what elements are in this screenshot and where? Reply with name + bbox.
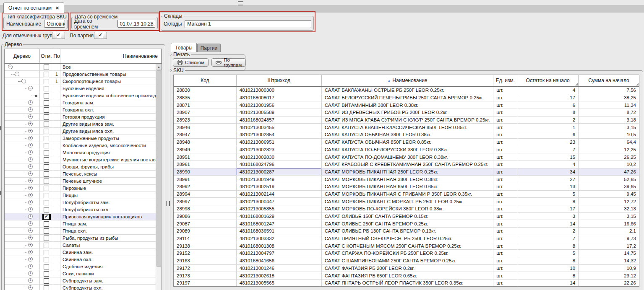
sku-cell-name[interactable]: САЛАТ ЯНТАРЬ ОСТРЫЙ ЛЕОР ПЛАСТИК 350Г LE… (322, 280, 494, 287)
tree-cell-name[interactable]: Птица зам. (60, 220, 156, 227)
sku-row[interactable]: 289974810213000447САЛАТ МОРКОВЬ ПИКАНТ.С… (174, 198, 639, 205)
sku-cell-sum[interactable]: 3,15 (579, 124, 639, 131)
sku-cell-name[interactable]: САЛАТ ОЛИВЬЕ 250Г САНТА БРЕМОР 0.25кг. (322, 220, 494, 227)
tree-row[interactable]: +Печенье, кексы (5, 171, 156, 178)
tree-checkbox[interactable] (44, 79, 49, 84)
tree-cell-batch[interactable] (53, 213, 60, 220)
tree-checkbox[interactable] (44, 257, 49, 262)
tree-cell-hierarchy[interactable]: + (5, 171, 40, 177)
tree-cell-mark[interactable] (40, 242, 53, 249)
sku-row[interactable]: 289514810213002830САЛАТ КАПУСТА ПО-ДОМАШ… (174, 153, 639, 161)
tree-cell-batch[interactable] (53, 206, 60, 213)
sku-cell-code[interactable]: 29087 (174, 220, 237, 227)
sku-cell-name[interactable]: САЛАТ БАКЛАЖАНЫ ОСТРЫЕ РБ 250Г LEOR 0.25… (322, 87, 494, 94)
sku-cell-code[interactable]: 29138 (174, 242, 237, 249)
tree-cell-mark[interactable] (40, 85, 53, 92)
sku-row[interactable]: 289904810213000287САЛАТ МОРКОВЬ ПИКАНТНА… (174, 168, 639, 176)
sku-row[interactable]: 290874810168001247САЛАТ ОЛИВЬЕ 250Г САНТ… (174, 220, 639, 228)
tree-collapse-icon[interactable]: − (15, 72, 19, 76)
tree-row[interactable]: +Соки, напитки (5, 270, 156, 277)
sku-cell-unit[interactable]: шт. (493, 213, 517, 220)
splitter-grip-icon[interactable] (238, 1, 243, 5)
tree-cell-batch[interactable] (53, 256, 60, 263)
tree-row[interactable]: +Птица охл. (5, 228, 156, 235)
sku-row[interactable]: 291724810213001246САЛАТ ФАНТАЗИЯ РБ 200Г… (174, 265, 639, 272)
sku-cell-unit[interactable]: шт. (493, 139, 517, 146)
sku-cell-barcode[interactable]: 4810213003455 (237, 124, 322, 131)
tree-checkbox[interactable] (44, 86, 49, 91)
tree-expand-icon[interactable]: + (28, 200, 33, 205)
tree-cell-mark[interactable] (40, 71, 53, 78)
sku-cell-unit[interactable]: шт. (493, 153, 517, 161)
sku-cell-barcode[interactable]: 4810213005565 (237, 280, 322, 287)
sku-cell-sum[interactable]: 10,9 (579, 265, 639, 272)
tree-checkbox[interactable] (44, 193, 49, 198)
sku-cell-sum[interactable]: 2,1 (579, 228, 639, 235)
tree-cell-batch[interactable] (53, 99, 60, 106)
sku-cell-code[interactable]: 29086 (174, 213, 237, 220)
tree-cell-hierarchy[interactable]: − (5, 64, 40, 70)
tree-cell-batch[interactable] (53, 185, 60, 192)
sku-column-name[interactable]: ▲ Наименование (322, 75, 494, 86)
sku-cell-unit[interactable]: шт. (493, 191, 517, 198)
tree-cell-mark[interactable] (40, 192, 53, 199)
tree-expand-icon[interactable]: + (28, 278, 33, 283)
tree-cell-batch[interactable]: 1 (53, 78, 60, 85)
left-edge-grip-icon[interactable] (0, 126, 1, 130)
sku-cell-unit[interactable]: шт. (493, 220, 517, 227)
sku-cell-unit[interactable]: шт. (493, 198, 517, 205)
tree-row[interactable]: +Говядина зам. (5, 99, 156, 106)
tree-cell-name[interactable]: Полуфабрикаты зам. (60, 199, 156, 206)
tree-cell-mark[interactable] (40, 121, 53, 127)
tree-cell-hierarchy[interactable]: + (5, 199, 40, 206)
tree-checkbox[interactable] (44, 278, 49, 284)
sku-cell-unit[interactable]: шт. (493, 242, 517, 249)
sku-cell-qty[interactable]: 5 (517, 191, 579, 198)
tree-expand-icon[interactable]: + (28, 264, 33, 269)
tree-row[interactable]: −Булочные изделия (5, 85, 156, 92)
tree-checkbox[interactable] (44, 179, 49, 184)
tree-expand-icon[interactable]: + (28, 171, 33, 176)
sku-cell-qty[interactable]: 4 (517, 161, 579, 168)
sku-cell-name[interactable]: САЛАТ МОРКОВЬ ПИКАНТНАЯ 380Г LEOR 0.38кг… (322, 176, 494, 183)
sku-cell-barcode[interactable]: 4810213002618 (237, 272, 322, 279)
tree-row[interactable]: +Пирожные (5, 185, 156, 192)
tree-cell-hierarchy[interactable]: + (5, 277, 40, 284)
tree-cell-batch[interactable] (53, 178, 60, 184)
tree-cell-hierarchy[interactable]: + (5, 114, 40, 120)
sku-cell-qty[interactable]: 34 (517, 168, 579, 176)
sku-cell-sum[interactable]: 22,26 (579, 280, 639, 287)
sku-cell-name[interactable]: САЛАТ КАПУСТА КВАШЕН.КЛАССИЧЕСКАЯ 850Г L… (322, 124, 494, 131)
tree-collapse-icon[interactable]: − (28, 86, 33, 91)
sku-cell-barcode[interactable]: 4810168001247 (237, 220, 322, 227)
sku-cell-barcode[interactable]: 4810213003332 (237, 235, 322, 242)
sku-cell-code[interactable]: 28923 (174, 117, 237, 124)
sku-cell-code[interactable]: 28997 (174, 198, 237, 205)
tree-cell-mark[interactable] (40, 285, 53, 290)
tree-cell-name[interactable]: Сдобные изделия (60, 263, 156, 270)
sku-row[interactable]: 288714810213001956САЛАТ ВИТАМИННЫЙ 380Г … (174, 101, 639, 109)
sku-cell-code[interactable]: 28907 (174, 109, 237, 116)
marked-groups-checkbox[interactable] (56, 33, 61, 38)
sku-cell-barcode[interactable]: 4810168001629 (237, 213, 322, 220)
tree-checkbox[interactable] (44, 200, 49, 205)
tree-cell-hierarchy[interactable] (5, 92, 40, 99)
document-tab[interactable]: Отчет по остаткам ✕ (3, 3, 64, 13)
tree-row[interactable]: Булочные изделия собственное производств (5, 92, 156, 99)
sku-cell-name[interactable]: САЛАТ С ШАМПИНЬОНАМИ 250Г САНТА БРЕМОР 0… (322, 257, 494, 264)
datetime-input[interactable]: 01.07.19 10:28:14 (117, 20, 155, 28)
sku-cell-name[interactable]: САЛАТ КАПУСТА ОБЫЧНАЯ 380Г LEOR 0.38кг. (322, 131, 494, 138)
tree-cell-mark[interactable] (40, 64, 53, 70)
sku-cell-unit[interactable]: шт. (493, 101, 517, 109)
sku-cell-name[interactable]: САЛАТ КАПУСТА ПО-БЕЛОРУССКИ 380Г LEOR 0.… (322, 146, 494, 153)
tree-expand-icon[interactable]: + (28, 143, 33, 148)
sku-cell-barcode[interactable]: 4810213005589 (237, 109, 322, 116)
tree-cell-mark[interactable] (40, 99, 53, 106)
tree-cell-name[interactable]: Молочная продукция (60, 149, 156, 156)
sku-cell-name[interactable]: САЛАТ КРАБОВЫЙ С КРЕВЕТКАМИ/АНАН 250Г СА… (322, 161, 494, 168)
tree-row[interactable]: +Полуфабрикаты охл. (5, 206, 156, 213)
tree-cell-mark[interactable] (40, 142, 53, 149)
sku-cell-name[interactable]: САЛАТ МОРКОВЬ ПИКАНТНАЯ С ГРИБАМИ Р 350Г… (322, 191, 494, 198)
tree-checkbox[interactable] (44, 186, 49, 191)
sku-cell-unit[interactable]: шт. (493, 257, 517, 264)
